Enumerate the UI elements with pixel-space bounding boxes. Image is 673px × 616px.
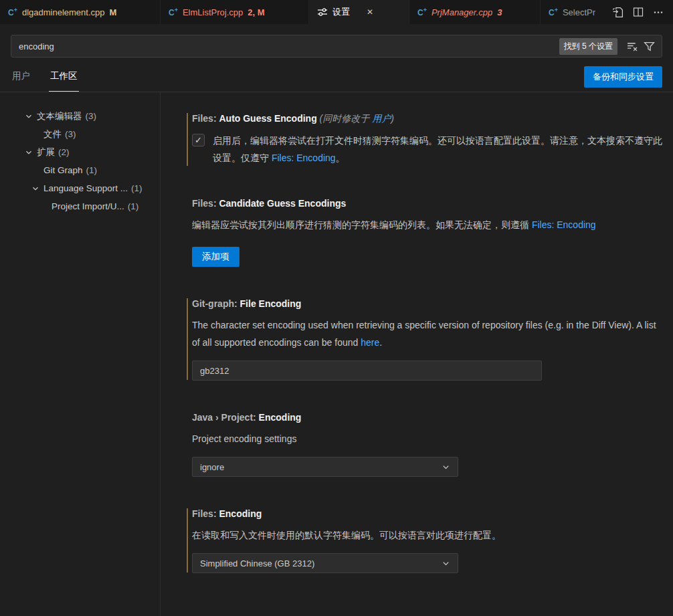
toc-item-language-support[interactable]: Language Support ... (1)	[0, 179, 160, 197]
results-count-badge: 找到 5 个设置	[559, 38, 617, 55]
tab-selectpr[interactable]: C+ SelectPr	[541, 0, 608, 24]
modified-indicator-bar	[187, 113, 188, 166]
scope-tab-workspace[interactable]: 工作区	[49, 62, 79, 92]
setting-description: 编辑器应尝试按其列出顺序进行猜测的字符集编码的列表。如果无法确定，则遵循 Fil…	[192, 216, 662, 233]
tab-label: dlgadminelement.cpp	[22, 7, 105, 17]
modified-indicator-bar	[187, 298, 188, 380]
close-tab-icon[interactable]: ✕	[364, 6, 376, 18]
chevron-down-icon	[441, 558, 451, 569]
chevron-down-icon	[441, 462, 451, 472]
setting-description: The character set encoding used when ret…	[192, 316, 662, 351]
cpp-file-icon: C+	[549, 7, 558, 17]
chevron-down-icon	[24, 112, 33, 121]
files-encoding-select[interactable]: Simplified Chinese (GB 2312)	[192, 553, 458, 573]
setting-category: Files:	[192, 508, 219, 519]
tab-problems-badge: 3	[497, 7, 502, 17]
setting-files-candidate-guess-encodings: Files: Candidate Guess Encodings 编辑器应尝试按…	[192, 197, 662, 267]
cpp-file-icon: C+	[417, 7, 427, 17]
scope-tab-user[interactable]: 用户	[11, 62, 31, 92]
tab-label: PrjManager.cpp	[431, 7, 492, 17]
setting-title: Java › Project: Encoding	[192, 411, 662, 424]
more-actions-icon[interactable]	[653, 7, 664, 17]
tab-prjmanager-cpp[interactable]: C+ PrjManager.cpp 3	[409, 0, 541, 24]
add-item-button[interactable]: 添加项	[192, 247, 239, 267]
file-encoding-text-input[interactable]: gb2312	[192, 361, 542, 381]
chevron-down-icon	[31, 184, 40, 193]
toc-count: (1)	[86, 165, 98, 175]
open-settings-json-icon[interactable]	[612, 7, 623, 18]
setting-files-encoding: Files: Encoding 在读取和写入文件时使用的默认字符集编码。可以按语…	[192, 508, 662, 573]
cpp-file-icon: C+	[169, 7, 178, 17]
setting-name: Encoding	[219, 508, 262, 519]
toc-count: (1)	[131, 183, 142, 193]
settings-scope-bar: 用户 工作区 备份和同步设置	[0, 62, 673, 92]
toc-item-project-import[interactable]: Project Import/U... (1)	[0, 197, 160, 215]
setting-name: Auto Guess Encoding	[219, 113, 316, 124]
setting-category: Files:	[192, 113, 219, 124]
files-encoding-link[interactable]: Files: Encoding	[532, 219, 596, 230]
toc-count: (3)	[65, 129, 76, 139]
setting-gitgraph-file-encoding: Git-graph: File Encoding The character s…	[192, 298, 662, 381]
vscode-settings-window: C+ dlgadminelement.cpp M C+ ElmListProj.…	[0, 0, 673, 616]
tab-git-badge: M	[110, 7, 117, 17]
also-modified-user-link[interactable]: 用户	[372, 113, 391, 124]
setting-name: Candidate Guess Encodings	[219, 198, 346, 209]
filter-funnel-icon[interactable]	[642, 39, 656, 54]
also-modified-note: (同时修改于 用户)	[320, 113, 394, 124]
settings-search-section: encoding 找到 5 个设置	[0, 24, 673, 58]
tab-label: 设置	[332, 6, 350, 18]
settings-search-input[interactable]: encoding 找到 5 个设置	[11, 35, 662, 58]
files-encoding-link[interactable]: Files: Encoding	[272, 152, 336, 163]
text-input-value: gb2312	[200, 366, 229, 376]
setting-category: Git-graph:	[192, 298, 240, 309]
select-value: Simplified Chinese (GB 2312)	[200, 558, 314, 569]
here-link[interactable]: here	[361, 337, 379, 348]
toc-count: (3)	[86, 111, 97, 121]
setting-name: File Encoding	[240, 298, 302, 309]
setting-checkbox-row: ✓ 启用后，编辑器将尝试在打开文件时猜测字符集编码。还可以按语言配置此设置。请注…	[192, 132, 662, 167]
setting-java-project-encoding: Java › Project: Encoding Project encodin…	[192, 411, 662, 477]
split-editor-icon[interactable]	[633, 7, 644, 17]
tab-label: ElmListProj.cpp	[183, 7, 243, 17]
toc-item-extensions[interactable]: 扩展 (2)	[0, 143, 160, 161]
toc-label: 文本编辑器	[37, 110, 82, 122]
editor-tab-bar: C+ dlgadminelement.cpp M C+ ElmListProj.…	[0, 0, 673, 24]
toc-count: (2)	[58, 147, 70, 157]
setting-title: Files: Auto Guess Encoding (同时修改于 用户)	[192, 112, 662, 125]
setting-category: Java › Project:	[192, 412, 259, 423]
settings-body: 文本编辑器 (3) 文件 (3) 扩展 (2) Git Graph (1) La…	[0, 92, 673, 616]
toc-label: 扩展	[37, 146, 55, 159]
toc-item-text-editor[interactable]: 文本编辑器 (3)	[0, 107, 160, 125]
toc-count: (1)	[128, 201, 139, 211]
tab-label: SelectPr	[563, 7, 595, 17]
tab-problems-badge: 2, M	[248, 7, 264, 17]
checkbox-checked[interactable]: ✓	[192, 134, 205, 146]
setting-title: Git-graph: File Encoding	[192, 298, 662, 310]
setting-title: Files: Candidate Guess Encodings	[192, 197, 662, 210]
search-query-text: encoding	[19, 41, 559, 52]
settings-sliders-icon	[317, 7, 328, 17]
cpp-file-icon: C+	[8, 7, 17, 17]
setting-description: Project encoding settings	[192, 430, 662, 447]
select-value: ignore	[200, 462, 224, 472]
toc-item-files[interactable]: 文件 (3)	[0, 125, 160, 143]
setting-title: Files: Encoding	[192, 508, 662, 520]
tab-elmlistproj-cpp[interactable]: C+ ElmListProj.cpp 2, M	[161, 0, 309, 24]
chevron-down-icon	[24, 148, 33, 157]
settings-toc-tree: 文本编辑器 (3) 文件 (3) 扩展 (2) Git Graph (1) La…	[0, 92, 161, 616]
clear-search-icon[interactable]	[626, 39, 640, 54]
tab-settings-active[interactable]: 设置 ✕	[309, 0, 409, 24]
setting-category: Files:	[192, 198, 219, 209]
toc-label: 文件	[43, 128, 62, 140]
toc-item-git-graph[interactable]: Git Graph (1)	[0, 161, 160, 179]
settings-list: Files: Auto Guess Encoding (同时修改于 用户) ✓ …	[161, 92, 673, 616]
toc-label: Git Graph	[43, 165, 83, 175]
editor-actions-toolbar	[608, 0, 673, 24]
toc-label: Project Import/U...	[52, 201, 124, 211]
setting-description: 在读取和写入文件时使用的默认字符集编码。可以按语言对此项进行配置。	[192, 526, 662, 544]
setting-description: 启用后，编辑器将尝试在打开文件时猜测字符集编码。还可以按语言配置此设置。请注意，…	[213, 132, 662, 167]
tab-dlgadminelement-cpp[interactable]: C+ dlgadminelement.cpp M	[0, 0, 161, 24]
backup-sync-settings-button[interactable]: 备份和同步设置	[584, 66, 662, 88]
modified-indicator-bar	[187, 508, 188, 573]
java-project-encoding-select[interactable]: ignore	[192, 457, 458, 477]
